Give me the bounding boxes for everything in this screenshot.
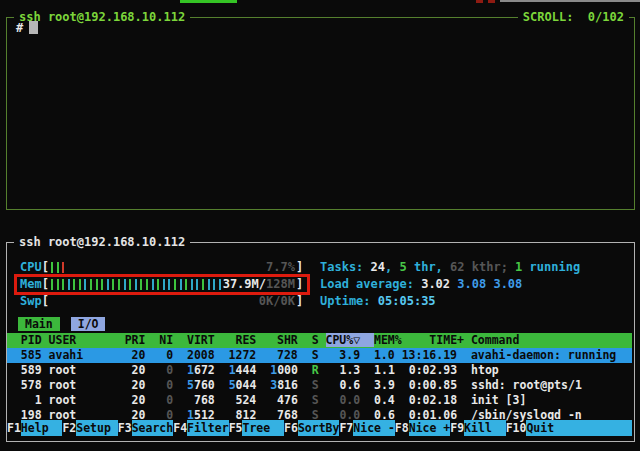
cpu-meter-label: CPU	[20, 260, 42, 274]
pane-title-top: ssh root@192.168.10.112	[14, 10, 190, 25]
text-segment: 0K/0K	[259, 294, 295, 308]
fkey-bar-filler	[568, 420, 632, 436]
fkey-f5: F5	[229, 420, 243, 436]
text-segment: 578 root 20	[7, 378, 145, 392]
fkey-f9: F9	[450, 420, 464, 436]
cpu-meter: CPU[7.7%]	[20, 260, 303, 275]
process-table-header[interactable]: PID USER PRI NI VIRT RES SHR S CPU%▽ MEM…	[7, 333, 632, 348]
swap-meter: Swp[0K/0K]	[20, 294, 303, 309]
meter-tick	[51, 262, 53, 273]
fkey-f7: F7	[339, 420, 353, 436]
htop-tab-io[interactable]: I/O	[71, 317, 106, 331]
terminal-screen: ssh root@192.168.10.112 SCROLL: 0/102 # …	[0, 0, 640, 451]
text-segment	[215, 363, 229, 377]
function-key-bar: F1Help F2Setup F3SearchF4FilterF5Tree F6…	[7, 420, 632, 436]
text-segment	[173, 363, 187, 377]
fkey-action-quit[interactable]: Quit	[526, 420, 568, 436]
text-segment: S	[312, 378, 319, 392]
cpu-meter-bar: 7.7%	[49, 260, 296, 275]
terminal-cursor	[29, 21, 38, 34]
text-segment: Uptime:	[320, 294, 378, 308]
swap-meter-bar: 0K/0K	[49, 294, 296, 309]
text-segment	[256, 378, 270, 392]
text-segment	[298, 363, 312, 377]
fkey-f1: F1	[7, 420, 21, 436]
fkey-action-tree[interactable]: Tree	[242, 420, 284, 436]
fkey-action-search[interactable]: Search	[132, 420, 174, 436]
bracket: [	[42, 260, 49, 274]
bracket: [	[42, 294, 49, 308]
text-segment: 0	[145, 363, 173, 377]
text-segment: 044	[236, 378, 257, 392]
text-segment: 589 root 20	[7, 363, 145, 377]
top-edge-artifact-red	[476, 0, 483, 3]
fkey-action-setup[interactable]: Setup	[76, 420, 118, 436]
fkey-action-sortby[interactable]: SortBy	[298, 420, 340, 436]
fkey-action-help[interactable]: Help	[21, 420, 63, 436]
process-row[interactable]: 589 root 20 0 1672 1444 1000 R 1.3 1.1 0…	[7, 363, 632, 378]
process-row[interactable]: 1 root 20 0 768 524 476 S 0.0 0.4 0:02.1…	[7, 393, 632, 408]
text-segment: MEM% TIME+ Command	[374, 333, 519, 347]
text-segment: 7.7%	[266, 260, 295, 274]
scroll-indicator: SCROLL: 0/102	[518, 10, 629, 25]
text-segment: thr,	[407, 260, 443, 274]
cpu-meter-ticks	[51, 262, 68, 273]
text-segment: 585 avahi 20 0 2008 1272 728 S 3.9 1.0 1…	[7, 348, 616, 362]
uptime-stat: Uptime: 05:05:35	[320, 294, 436, 309]
fkey-action-filter[interactable]: Filter	[187, 420, 229, 436]
text-segment: 3.08 3.08	[450, 277, 522, 291]
fkey-f8: F8	[395, 420, 409, 436]
fkey-f4: F4	[173, 420, 187, 436]
text-segment	[215, 378, 229, 392]
text-segment: Tasks:	[320, 260, 371, 274]
htop-tab-main[interactable]: Main	[18, 317, 60, 331]
fkey-action-nice[interactable]: Nice +	[409, 420, 451, 436]
swap-meter-label: Swp	[20, 294, 42, 308]
fkey-f6: F6	[284, 420, 298, 436]
htop-tabs: MainI/O	[18, 317, 105, 332]
text-segment: 3.02	[421, 277, 450, 291]
text-segment: 768 524 476	[173, 393, 311, 407]
text-segment: 0	[145, 393, 173, 407]
meter-tick	[57, 262, 59, 273]
bracket: ]	[296, 294, 303, 308]
shell-prompt[interactable]: #	[16, 21, 38, 36]
text-segment: 1 root 20	[7, 393, 145, 407]
process-row[interactable]: 585 avahi 20 0 2008 1272 728 S 3.9 1.0 1…	[7, 348, 632, 363]
fkey-f2: F2	[62, 420, 76, 436]
text-segment: 0.4 0:02.18 init [3]	[360, 393, 526, 407]
text-segment: Load average:	[320, 277, 421, 291]
top-edge-artifact-green	[180, 0, 237, 3]
text-segment: 0	[145, 378, 173, 392]
load-average-stat: Load average: 3.02 3.08 3.08	[320, 277, 522, 292]
text-segment: ,	[385, 260, 399, 274]
text-segment: 0.0	[339, 393, 360, 407]
text-segment: 760	[194, 378, 215, 392]
text-segment: 05:05:35	[378, 294, 436, 308]
process-row[interactable]: 578 root 20 0 5760 5044 3816 S 0.6 3.9 0…	[7, 378, 632, 393]
fkey-f10: F10	[506, 420, 527, 436]
bracket: ]	[296, 260, 303, 274]
mem-highlight-annotation	[14, 274, 310, 295]
text-segment: R	[312, 363, 319, 377]
prompt-char: #	[16, 21, 23, 35]
pane-top-shell[interactable]	[6, 17, 635, 210]
text-segment: 816	[277, 378, 298, 392]
text-segment: 672	[194, 363, 215, 377]
cpu-meter-value: 7.7%	[266, 260, 295, 275]
text-segment: 1	[229, 363, 236, 377]
text-segment: 444	[236, 363, 257, 377]
text-segment: 1.3 1.1 0:02.93 htop	[319, 363, 499, 377]
text-segment	[298, 378, 312, 392]
text-segment: running	[522, 260, 580, 274]
text-segment	[173, 378, 187, 392]
text-segment: PID USER PRI NI VIRT RES SHR S	[7, 333, 326, 347]
top-edge-artifact-red	[488, 0, 495, 3]
text-segment: 24	[371, 260, 385, 274]
text-segment: 62 kthr;	[443, 260, 508, 274]
fkey-action-nice[interactable]: Nice -	[353, 420, 395, 436]
fkey-action-kill[interactable]: Kill	[464, 420, 506, 436]
text-segment: CPU%▽	[326, 333, 374, 347]
tasks-stat: Tasks: 24, 5 thr, 62 kthr; 1 running	[320, 260, 580, 275]
text-segment: 5	[187, 378, 194, 392]
